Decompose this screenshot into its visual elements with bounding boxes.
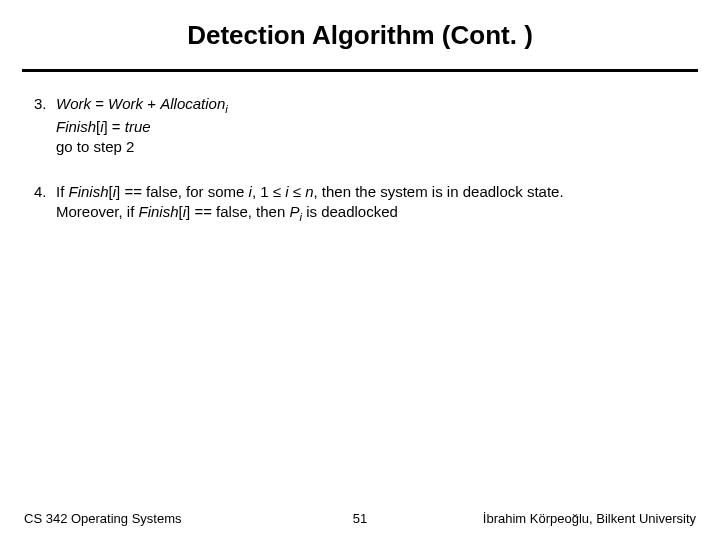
step3-line3: go to step 2 — [56, 137, 686, 157]
footer-course: CS 342 Operating Systems — [24, 511, 333, 526]
slide-title: Detection Algorithm (Cont. ) — [0, 0, 720, 69]
footer-author: İbrahim Körpeoğlu, Bilkent University — [387, 511, 696, 526]
slide-footer: CS 342 Operating Systems 51 İbrahim Körp… — [0, 511, 720, 526]
step4-line1: If Finish[i] == false, for some i, 1 ≤ i… — [56, 182, 686, 202]
item-number: 4. — [34, 182, 56, 225]
item-body: Work = Work + Allocationi Finish[i] = tr… — [56, 94, 686, 158]
step3-line1: Work = Work + Allocationi — [56, 94, 686, 117]
item-body: If Finish[i] == false, for some i, 1 ≤ i… — [56, 182, 686, 225]
footer-page: 51 — [333, 511, 387, 526]
list-item: 3. Work = Work + Allocationi Finish[i] =… — [34, 94, 686, 158]
step4-line2: Moreover, if Finish[i] == false, then Pi… — [56, 202, 686, 225]
list-item: 4. If Finish[i] == false, for some i, 1 … — [34, 182, 686, 225]
slide: Detection Algorithm (Cont. ) 3. Work = W… — [0, 0, 720, 540]
item-number: 3. — [34, 94, 56, 158]
step3-line2: Finish[i] = true — [56, 117, 686, 137]
slide-content: 3. Work = Work + Allocationi Finish[i] =… — [0, 72, 720, 225]
